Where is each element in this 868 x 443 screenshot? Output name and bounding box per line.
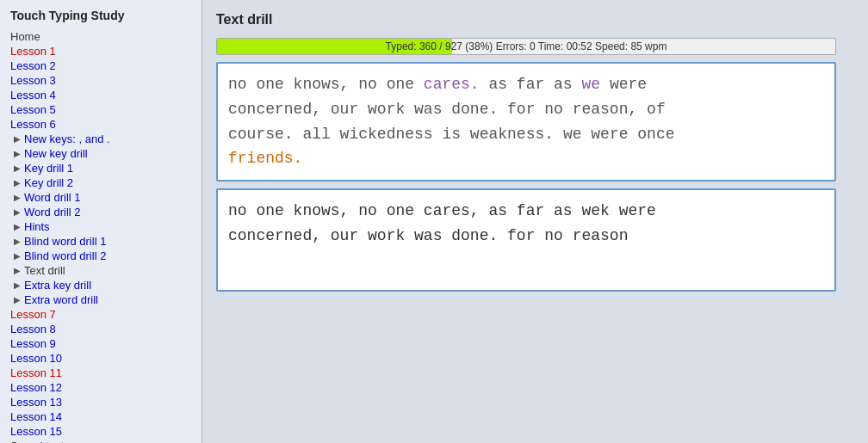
sidebar-item-lesson3[interactable]: Lesson 3 bbox=[10, 73, 191, 88]
sidebar-item-blind-word-drill1[interactable]: ▶ Blind word drill 1 bbox=[10, 234, 191, 249]
progress-bar-label: Typed: 360 / 927 (38%) Errors: 0 Time: 0… bbox=[217, 39, 835, 54]
sidebar-item-lesson9[interactable]: Lesson 9 bbox=[10, 336, 191, 351]
arrow-icon: ▶ bbox=[14, 280, 21, 290]
typed-correct-text4: we were once bbox=[563, 126, 675, 143]
arrow-icon: ▶ bbox=[14, 178, 21, 188]
sidebar-item-lesson14[interactable]: Lesson 14 bbox=[10, 409, 191, 424]
sidebar-item-lesson1[interactable]: Lesson 1 bbox=[10, 44, 191, 58]
sidebar-item-word-drill2[interactable]: ▶ Word drill 2 bbox=[10, 205, 191, 219]
sidebar-item-key-drill1[interactable]: ▶ Key drill 1 bbox=[10, 161, 191, 175]
sidebar-item-lesson11[interactable]: Lesson 11 bbox=[10, 366, 191, 380]
typed-special-we: we bbox=[581, 76, 600, 93]
sidebar-item-blind-word-drill2[interactable]: ▶ Blind word drill 2 bbox=[10, 249, 191, 263]
sidebar-title: Touch Typing Study bbox=[10, 9, 191, 22]
sidebar-item-extra-key-drill[interactable]: ▶ Extra key drill bbox=[10, 278, 191, 292]
sidebar-item-new-key-drill[interactable]: ▶ New key drill bbox=[10, 146, 191, 161]
sidebar-item-lesson13[interactable]: Lesson 13 bbox=[10, 395, 191, 409]
sidebar-item-lesson10[interactable]: Lesson 10 bbox=[10, 351, 191, 366]
sidebar-item-lesson6[interactable]: Lesson 6 bbox=[10, 117, 191, 132]
arrow-icon: ▶ bbox=[14, 251, 21, 261]
typed-special-cares: cares. bbox=[424, 76, 480, 93]
text-input[interactable]: no one knows, no one cares, as far as we… bbox=[216, 188, 836, 292]
arrow-icon: ▶ bbox=[14, 134, 21, 144]
sidebar-item-lesson12[interactable]: Lesson 12 bbox=[10, 380, 191, 395]
sidebar-item-lesson2[interactable]: Lesson 2 bbox=[10, 58, 191, 73]
arrow-icon: ▶ bbox=[14, 222, 21, 231]
arrow-icon: ▶ bbox=[14, 266, 21, 275]
sidebar-item-speed-test[interactable]: Speed test bbox=[10, 439, 191, 443]
sidebar-item-hints[interactable]: ▶ Hints bbox=[10, 219, 191, 234]
sidebar: Touch Typing Study Home Lesson 1 Lesson … bbox=[0, 0, 202, 443]
typed-correct-text2: as far as bbox=[480, 76, 582, 93]
main-content: Text drill Typed: 360 / 927 (38%) Errors… bbox=[202, 0, 868, 443]
sidebar-item-lesson15[interactable]: Lesson 15 bbox=[10, 424, 191, 439]
progress-bar-container: Typed: 360 / 927 (38%) Errors: 0 Time: 0… bbox=[216, 38, 836, 55]
sidebar-item-new-keys[interactable]: ▶ New keys: , and . bbox=[10, 132, 191, 146]
sidebar-item-home[interactable]: Home bbox=[10, 29, 191, 44]
arrow-icon: ▶ bbox=[14, 193, 21, 202]
sidebar-item-lesson7[interactable]: Lesson 7 bbox=[10, 307, 191, 322]
arrow-icon: ▶ bbox=[14, 295, 21, 305]
sidebar-item-word-drill1[interactable]: ▶ Word drill 1 bbox=[10, 190, 191, 205]
sidebar-item-lesson5[interactable]: Lesson 5 bbox=[10, 102, 191, 117]
arrow-icon: ▶ bbox=[14, 163, 21, 173]
word-highlighted-friends: friends. bbox=[228, 150, 302, 167]
arrow-icon: ▶ bbox=[14, 237, 21, 246]
sidebar-nav: Home Lesson 1 Lesson 2 Lesson 3 Lesson 4… bbox=[10, 29, 191, 443]
arrow-icon: ▶ bbox=[14, 207, 21, 217]
sidebar-item-lesson8[interactable]: Lesson 8 bbox=[10, 322, 191, 336]
sidebar-item-text-drill[interactable]: ▶ Text drill bbox=[10, 263, 191, 278]
sidebar-item-lesson4[interactable]: Lesson 4 bbox=[10, 88, 191, 102]
text-display: no one knows, no one cares. as far as we… bbox=[216, 62, 836, 182]
page-title: Text drill bbox=[216, 12, 854, 28]
typed-correct-text: no one knows, no one bbox=[228, 76, 424, 93]
sidebar-item-extra-word-drill[interactable]: ▶ Extra word drill bbox=[10, 292, 191, 307]
arrow-icon: ▶ bbox=[14, 149, 21, 158]
sidebar-item-key-drill2[interactable]: ▶ Key drill 2 bbox=[10, 175, 191, 190]
